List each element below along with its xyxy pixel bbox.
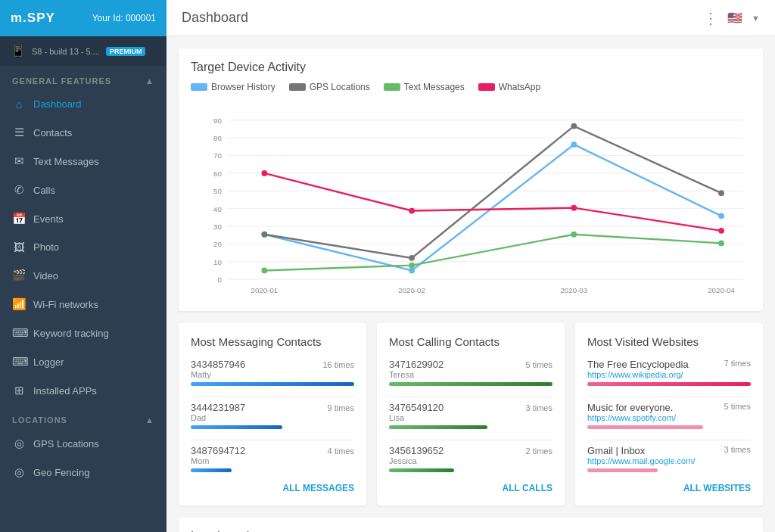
legend-color-text	[384, 83, 400, 91]
sidebar-item-events[interactable]: 📅 Events	[0, 204, 167, 233]
websites-card-title: Most Visited Websites	[587, 335, 751, 348]
gps-icon: ◎	[12, 437, 26, 450]
section-general-features: GENERAL FEATURES ▲	[0, 69, 167, 90]
svg-point-34	[571, 232, 577, 238]
sidebar-item-geo-fencing[interactable]: ◎ Geo Fencing	[0, 458, 167, 487]
svg-text:2020-01: 2020-01	[251, 286, 279, 294]
svg-text:20: 20	[213, 240, 222, 248]
svg-point-25	[409, 268, 415, 274]
chart-svg-container: 0 10 20 30 40 50 60 70 80 90 2020-01 202…	[191, 100, 751, 299]
sidebar-item-keyword-tracking[interactable]: ⌨ Keyword tracking	[0, 319, 167, 347]
legend-browser-history: Browser History	[191, 82, 275, 92]
website-bar-1	[587, 425, 703, 429]
legend-color-gps	[289, 83, 306, 91]
events-icon: 📅	[12, 212, 26, 226]
messaging-bar-1	[191, 425, 282, 429]
calling-contact-2: 3456139652 Jessica 2 times	[389, 445, 552, 472]
messaging-card-title: Most Messaging Contacts	[191, 335, 354, 348]
messaging-bar-2	[191, 468, 232, 472]
dots-menu-icon[interactable]: ⋮	[703, 9, 718, 27]
all-websites-link[interactable]: ALL WEBSITES	[587, 483, 751, 493]
svg-point-37	[409, 208, 415, 214]
sidebar-item-video[interactable]: 🎬 Video	[0, 261, 167, 290]
user-id: Your Id: 000001	[92, 13, 156, 23]
sidebar-item-wifi[interactable]: 📶 Wi-Fi networks	[0, 290, 167, 319]
sidebar-item-logger[interactable]: ⌨ Logger	[0, 347, 167, 376]
svg-text:60: 60	[213, 170, 222, 178]
svg-point-26	[571, 142, 577, 148]
activity-chart-card: Target Device Activity Browser History G…	[179, 48, 763, 311]
messaging-contact-1: 3444231987 Dad 9 times	[191, 402, 354, 429]
dropdown-arrow-icon[interactable]: ▼	[752, 14, 760, 23]
sidebar-item-dashboard[interactable]: ⌂ Dashboard	[0, 90, 167, 118]
messages-icon: ✉	[12, 154, 26, 168]
svg-point-29	[409, 255, 415, 261]
websites-card: Most Visited Websites The Free Encyclope…	[575, 323, 763, 506]
device-name: S8 - build 13 - 5....	[32, 47, 100, 56]
chart-legend: Browser History GPS Locations Text Messa…	[191, 82, 751, 92]
svg-point-35	[718, 241, 724, 247]
svg-text:40: 40	[213, 205, 222, 213]
content-area: Target Device Activity Browser History G…	[167, 36, 775, 532]
legend-text-messages: Text Messages	[384, 82, 465, 92]
chart-title: Target Device Activity	[191, 61, 751, 74]
sidebar-item-calls[interactable]: ✆ Calls	[0, 176, 167, 204]
svg-point-27	[718, 213, 724, 219]
svg-text:30: 30	[213, 222, 222, 231]
svg-point-30	[571, 123, 577, 129]
legend-color-whatsapp	[478, 83, 495, 91]
last-locations-card: Last Locations	[179, 518, 763, 532]
home-icon: ⌂	[12, 98, 26, 110]
svg-point-39	[718, 228, 724, 234]
device-icon: 📱	[11, 44, 26, 58]
device-bar: 📱 S8 - build 13 - 5.... PREMIUM	[0, 36, 167, 66]
svg-text:50: 50	[213, 187, 222, 195]
svg-text:80: 80	[213, 134, 222, 142]
messaging-contact-0: 3434857946 Matty 16 times	[191, 359, 354, 386]
svg-text:10: 10	[213, 258, 222, 266]
calls-icon: ✆	[12, 183, 26, 197]
main-content: Dashboard ⋮ 🇺🇸 ▼ Target Device Activity …	[167, 0, 775, 532]
calling-contact-0: 3471629902 Teresa 5 times	[389, 359, 552, 386]
calling-contacts-card: Most Calling Contacts 3471629902 Teresa …	[377, 323, 565, 506]
all-messages-link[interactable]: ALL MESSAGES	[191, 483, 354, 493]
keyword-icon: ⌨	[12, 326, 26, 340]
apps-icon: ⊞	[12, 384, 26, 397]
svg-text:90: 90	[213, 117, 222, 125]
calling-card-title: Most Calling Contacts	[389, 335, 552, 348]
svg-text:0: 0	[217, 275, 222, 284]
svg-text:2020-04: 2020-04	[708, 286, 735, 294]
contacts-icon: ☰	[12, 126, 26, 139]
sidebar-item-contacts[interactable]: ☰ Contacts	[0, 118, 167, 147]
topbar-right: ⋮ 🇺🇸 ▼	[703, 9, 760, 27]
page-title: Dashboard	[182, 10, 248, 26]
sidebar-item-photo[interactable]: 🖼 Photo	[0, 233, 167, 261]
topbar: Dashboard ⋮ 🇺🇸 ▼	[167, 0, 775, 36]
section-locations: LOCATIONS ▲	[0, 408, 167, 429]
sidebar-item-gps-locations[interactable]: ◎ GPS Locations	[0, 429, 167, 458]
svg-text:70: 70	[213, 151, 222, 160]
sidebar-item-text-messages[interactable]: ✉ Text Messages	[0, 147, 167, 176]
svg-text:2020-03: 2020-03	[560, 286, 587, 294]
svg-point-33	[409, 263, 415, 269]
geo-icon: ◎	[12, 465, 26, 479]
svg-point-38	[571, 205, 577, 211]
website-2: Gmail | Inbox https://www.mail.google.co…	[587, 445, 751, 472]
svg-point-31	[718, 190, 724, 196]
sidebar-item-installed-apps[interactable]: ⊞ Installed APPs	[0, 376, 167, 405]
calling-bar-2	[389, 468, 454, 472]
svg-point-36	[261, 170, 267, 176]
flag-icon[interactable]: 🇺🇸	[727, 11, 742, 25]
calling-contact-1: 3476549120 Lisa 3 times	[389, 402, 552, 429]
website-bar-2	[587, 468, 658, 472]
svg-point-28	[261, 232, 267, 238]
calling-bar-1	[389, 425, 487, 429]
website-0: The Free Encyclopedia https://www.wikipe…	[587, 359, 751, 386]
all-calls-link[interactable]: ALL CALLS	[389, 483, 552, 493]
legend-whatsapp: WhatsApp	[478, 82, 540, 92]
website-bar-0	[587, 382, 751, 386]
logo: m.SPY	[11, 11, 55, 26]
logger-icon: ⌨	[12, 355, 26, 369]
premium-badge: PREMIUM	[106, 47, 146, 56]
line-chart-svg: 0 10 20 30 40 50 60 70 80 90 2020-01 202…	[191, 100, 751, 297]
